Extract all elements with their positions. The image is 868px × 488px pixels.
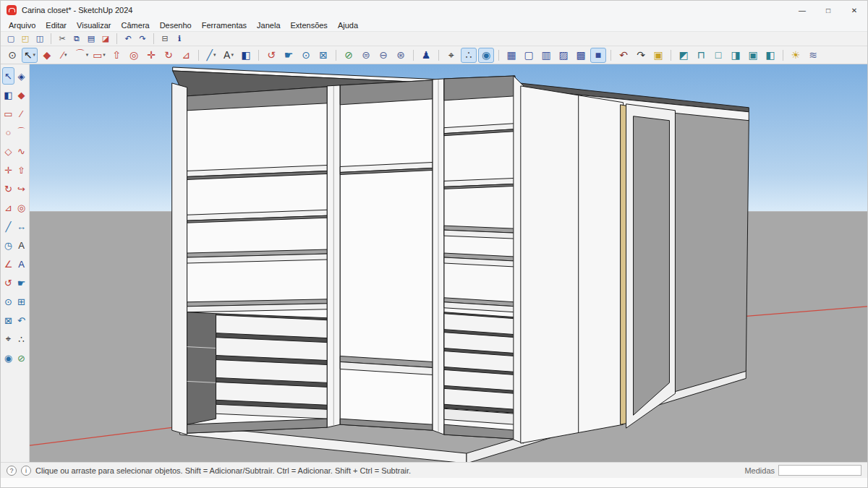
select-button[interactable]: ↖ (2, 67, 14, 85)
undo-button[interactable]: ↶ (122, 33, 135, 45)
line-button[interactable]: ∕ (15, 105, 27, 122)
walk-button[interactable]: ∴ (15, 330, 27, 348)
dropdown-caret-icon[interactable]: ▾ (103, 52, 106, 58)
arc-button[interactable]: ⌒▾ (74, 48, 90, 63)
display-section-fill-button[interactable]: ⊛ (393, 48, 409, 63)
display-section-planes-button[interactable]: ⊜ (358, 48, 374, 63)
open-button[interactable]: ◰ (19, 33, 32, 45)
view-top-button[interactable]: ⊓ (693, 48, 709, 63)
shaded-button[interactable]: ▨ (556, 48, 571, 63)
paint-bucket-button[interactable]: ◧ (238, 48, 254, 63)
menu-janela[interactable]: Janela (252, 20, 285, 30)
viewport-canvas[interactable] (30, 64, 867, 462)
save-button[interactable]: ◫ (33, 33, 46, 45)
orbit-button[interactable]: ↺ (263, 48, 279, 63)
pan-button[interactable]: ☛ (15, 274, 27, 291)
zoom-button[interactable]: ⊙ (2, 293, 14, 310)
rotate-button[interactable]: ↻ (161, 48, 176, 63)
close-button[interactable]: ✕ (841, 1, 867, 20)
shaded-textures-button[interactable]: ▩ (573, 48, 589, 63)
move-button[interactable]: ✛ (2, 161, 14, 179)
section-plane-button[interactable]: ⊘ (15, 349, 27, 367)
axes-button[interactable]: ∠ (2, 255, 14, 273)
menu-extensoes[interactable]: Extensões (286, 20, 333, 30)
search-button[interactable]: ⊙ (4, 48, 20, 63)
scale-button[interactable]: ⊿ (178, 48, 194, 63)
divider-panel-2[interactable] (433, 79, 444, 435)
middle-bay[interactable] (340, 80, 433, 430)
freehand-button[interactable]: ∿ (15, 142, 27, 160)
instructor-button[interactable]: ▣ (650, 48, 666, 63)
3d-text-button[interactable]: A (15, 255, 27, 273)
rectangle-button[interactable]: ▭ (2, 105, 14, 122)
new-button[interactable]: ▢ (4, 33, 17, 45)
divider-panel-1[interactable] (327, 85, 340, 427)
view-left-button[interactable]: ◧ (762, 48, 778, 63)
erase-button[interactable]: ◪ (99, 33, 112, 45)
viewport[interactable] (30, 64, 867, 462)
wireframe-button[interactable]: ▢ (521, 48, 537, 63)
arc-button[interactable]: ⌒ (15, 124, 27, 141)
offset-button[interactable]: ◎ (15, 199, 27, 216)
mirror-door-panel[interactable] (626, 104, 676, 428)
text-button[interactable]: A (15, 236, 27, 254)
dropdown-caret-icon[interactable]: ▾ (64, 52, 67, 58)
tall-cabinet[interactable] (521, 86, 624, 443)
left-bay[interactable] (187, 87, 328, 433)
line-button[interactable]: ∕▾ (56, 48, 72, 63)
dropdown-caret-icon[interactable]: ▾ (33, 52, 36, 58)
monochrome-button[interactable]: ■ (590, 48, 606, 63)
dropdown-caret-icon[interactable]: ▾ (231, 52, 234, 58)
previous-view-button[interactable]: ↶ (616, 48, 631, 63)
zoom-extents-button[interactable]: ⊠ (315, 48, 331, 63)
dimension-button[interactable]: ↔ (15, 218, 27, 235)
section-plane-button[interactable]: ⊘ (341, 48, 357, 63)
maximize-button[interactable]: □ (815, 1, 841, 20)
3d-warehouse-button[interactable]: ♟ (418, 48, 434, 63)
tape-measure-button[interactable]: ╱ (2, 218, 14, 235)
menu-ferramentas[interactable]: Ferramentas (197, 20, 252, 30)
eraser-button[interactable]: ◆ (39, 48, 55, 63)
x-ray-button[interactable]: ▦ (503, 48, 519, 63)
drawer-stack-right[interactable] (444, 312, 515, 424)
display-section-cuts-button[interactable]: ⊖ (375, 48, 391, 63)
menu-editar[interactable]: Editar (41, 20, 72, 30)
fog-button[interactable]: ≋ (805, 48, 821, 63)
menu-camera[interactable]: Câmera (116, 20, 155, 30)
polygon-button[interactable]: ◇ (2, 142, 14, 160)
copy-button[interactable]: ⧉ (70, 33, 83, 45)
rotate-button[interactable]: ↻ (2, 180, 14, 197)
menu-visualizar[interactable]: Visualizar (72, 20, 116, 30)
position-camera-button[interactable]: ⌖ (443, 48, 459, 63)
scale-button[interactable]: ⊿ (2, 199, 14, 216)
select-button[interactable]: ↖▾ (22, 48, 38, 63)
pan-button[interactable]: ☛ (281, 48, 297, 63)
redo-button[interactable]: ↷ (136, 33, 149, 45)
follow-me-button[interactable]: ↪ (15, 180, 27, 197)
print-button[interactable]: ⊟ (158, 33, 171, 45)
zoom-extents-button[interactable]: ⊠ (2, 312, 14, 329)
protractor-button[interactable]: ◷ (2, 236, 14, 254)
closet-model[interactable] (172, 67, 749, 462)
view-back-button[interactable]: ▣ (745, 48, 761, 63)
dropdown-caret-icon[interactable]: ▾ (86, 52, 89, 58)
next-view-button[interactable]: ↷ (633, 48, 649, 63)
make-component-button[interactable]: ◈ (15, 67, 27, 85)
dropdown-caret-icon[interactable]: ▾ (213, 52, 216, 58)
paste-button[interactable]: ▤ (85, 33, 98, 45)
model-info-button[interactable]: ℹ (173, 33, 186, 45)
zoom-window-button[interactable]: ⊞ (15, 293, 27, 310)
offset-button[interactable]: ◎ (126, 48, 142, 63)
help-icon[interactable]: ? (7, 466, 17, 476)
hidden-line-button[interactable]: ▥ (538, 48, 554, 63)
shadows-button[interactable]: ☀ (788, 48, 804, 63)
cut-button[interactable]: ✂ (56, 33, 69, 45)
previous-view-button[interactable]: ↶ (15, 312, 27, 329)
menu-arquivo[interactable]: Arquivo (4, 20, 41, 30)
right-bay[interactable] (444, 76, 515, 439)
zoom-button[interactable]: ⊙ (298, 48, 314, 63)
tape-measure-button[interactable]: ╱▾ (203, 48, 219, 63)
info-icon[interactable]: i (21, 466, 31, 476)
minimize-button[interactable]: — (789, 1, 815, 20)
push-pull-button[interactable]: ⇧ (15, 161, 27, 179)
